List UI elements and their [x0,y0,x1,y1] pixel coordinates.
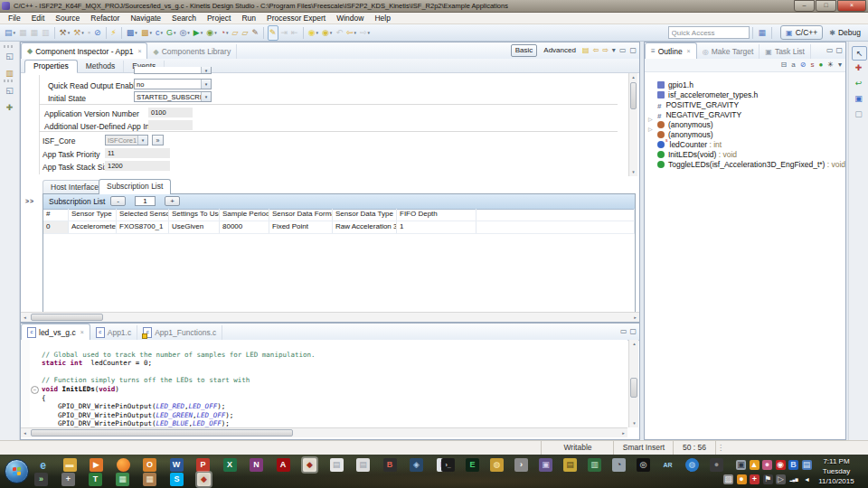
tray-bluetooth-icon[interactable]: B [788,460,798,470]
window-view-icon[interactable]: ▢ [852,108,865,120]
taskbar-command-prompt-icon[interactable]: ›_ [441,458,455,472]
perspective-cpp[interactable]: ▣C/C++ [780,25,823,40]
taskbar-tan-tool-icon[interactable]: ▦ [143,473,156,486]
close-tab-icon[interactable]: × [687,48,691,54]
tab-app1-c[interactable]: cApp1.c [90,325,137,340]
tab-component-inspector-app1[interactable]: ◆Component Inspector - App1× [21,42,147,60]
next-annotation-icon[interactable]: ⇥ [280,26,289,40]
scrolled-dropdown[interactable]: ▾ [134,67,212,74]
close-tab-icon[interactable]: × [80,329,84,335]
taskbar-word-icon[interactable]: W [170,458,184,472]
new-project-icon[interactable]: ▩▾ [140,26,153,40]
menu-help[interactable]: Help [369,14,395,23]
taskbar-document-2-icon[interactable]: ▤ [356,458,370,472]
quick-access-input[interactable] [668,26,750,39]
brush-icon[interactable]: ✎ [250,26,259,40]
taskbar-outlook-icon[interactable]: O [143,458,156,472]
close-button[interactable]: × [837,0,866,12]
taskbar-kinetis-design-studio-icon[interactable]: ◆ [197,473,211,486]
tray-signal-icon[interactable]: ▂▄▆ [789,474,799,484]
taskbar-utility-icon[interactable]: + [61,473,75,486]
hide-non-public-icon[interactable]: ● [818,60,823,70]
menu-navigate[interactable]: Navigate [125,14,166,23]
save-all-icon[interactable]: ▦ [30,26,40,40]
outline-item[interactable]: ToggleLEDs(isf_Acceleration3D_EngFixed_t… [657,155,844,164]
properties-scrollbar[interactable]: ▴ ▾ [628,73,637,176]
editor-vscrollbar[interactable]: ▴ ▾ [628,340,638,427]
minimize-button[interactable]: – [794,0,815,12]
taskbar-clock[interactable]: 7:11 PM Tuesday 11/10/2015 [808,456,864,486]
code-editor[interactable]: // Global used to track the number of sa… [40,340,627,427]
minimized-view-3-icon[interactable]: ◱ [3,84,16,97]
fold-collapse-icon[interactable]: − [31,386,39,394]
back-icon[interactable]: ⇦▾ [345,26,357,40]
minimized-view-4-icon[interactable]: ✚ [3,101,16,114]
last-edit-location-icon[interactable]: ↶ [335,26,344,40]
scroll-right-icon[interactable]: ▸ [619,429,627,437]
initial-state-dropdown[interactable]: STARTED_SUBSCRIBED ▾ [134,91,212,102]
subscription-count-input[interactable] [135,196,156,206]
taskbar-search-tool-icon[interactable]: ◎ [637,458,650,472]
scroll-left-icon[interactable]: ◂ [21,314,29,322]
outline-item[interactable]: ▷(anonymous) [657,125,844,135]
menu-search[interactable]: Search [166,14,202,23]
menu-source[interactable]: Source [50,14,85,23]
debug-config-icon[interactable]: ◎▾ [178,26,190,40]
annotate-icon[interactable]: ✎ [268,25,278,41]
import-icon[interactable]: ▱ [241,26,250,40]
open-folder-icon[interactable]: ▱ [231,26,240,40]
table-row[interactable]: 0AccelerometerFXOS8700_1UseGiven80000Fix… [43,221,635,234]
outline-item[interactable]: #NEGATIVE_GRAVITY [657,105,844,115]
tab-methods[interactable]: Methods [78,61,125,72]
perspective-debug[interactable]: ✱Debug [825,26,865,39]
expander-icon[interactable]: ▷ [648,126,653,132]
save-icon[interactable]: ▦ [18,26,28,40]
tab-led-vs-g-c[interactable]: cled_vs_g.c× [21,324,90,341]
maximize-button[interactable]: □ [816,0,836,12]
minimize-view-icon[interactable]: ▭ [619,45,627,56]
tray-pink-app-icon[interactable]: ● [762,460,772,470]
isf-core-dropdown[interactable]: ISFCore1 ▾ [105,135,148,145]
tab-host-interface[interactable]: Host Interface [42,180,107,193]
taskbar-globe-app-icon[interactable]: ◍ [685,458,699,472]
outline-item[interactable]: sledCounter : int [657,135,844,145]
run-icon[interactable]: ▶▾ [193,26,203,40]
open-perspective-icon[interactable]: ▦ [756,28,769,37]
tray-eject-icon[interactable]: ▷ [776,474,786,484]
sort-icon[interactable]: a [791,60,795,70]
taskbar-clock-app-icon[interactable]: ◔ [612,458,626,472]
tray-app-1-icon[interactable]: ▨ [723,474,733,484]
scroll-up-icon[interactable]: ▴ [630,340,638,348]
print-icon[interactable]: ▥ [41,26,51,40]
maximize-view-icon[interactable]: ▢ [629,45,637,56]
inspector-hscrollbar[interactable]: ◂ ▸ [21,312,639,322]
taskbar-green-tool-icon[interactable]: T [89,473,102,486]
outline-item[interactable]: gpio1.h [657,75,844,85]
taskbar-secure-app-icon[interactable]: ◈ [410,458,423,472]
start-button[interactable] [5,459,29,483]
menu-processor-expert[interactable]: Processor Expert [261,14,331,23]
scroll-up-icon[interactable]: ▴ [629,73,637,81]
minimize-view-icon[interactable]: ▭ [826,45,834,56]
outline-item[interactable]: #POSITIVE_GRAVITY [657,95,844,105]
taskbar-onenote-icon[interactable]: N [250,458,263,472]
taskbar-internet-explorer-icon[interactable]: e [36,458,50,472]
taskbar-coins-app-icon[interactable]: ◍ [490,458,504,472]
editor-hscrollbar[interactable]: ◂ ▸ [21,427,627,437]
task-stack-size-field[interactable]: 1200 [105,161,170,171]
add-subscription-button[interactable]: + [165,196,180,206]
view-menu-icon[interactable]: ▾ [838,60,842,70]
menu-edit[interactable]: Edit [26,14,51,23]
build-all-icon[interactable]: ⚒▾ [59,26,71,40]
app-info-field[interactable] [148,120,193,130]
taskbar-firefox-icon[interactable] [117,458,130,472]
scrollbar-thumb[interactable] [31,314,103,321]
basic-mode-button[interactable]: Basic [511,44,538,57]
view-menu-icon[interactable]: ▾ [612,45,616,56]
taskbar-media-player-icon[interactable]: ▶ [90,458,103,472]
prev-annotation-icon[interactable]: ⇤ [290,26,299,40]
new-icon[interactable]: ▤▾ [4,26,16,40]
scrollbar-thumb[interactable] [31,429,293,436]
build-icon[interactable]: ⚒▾ [72,26,85,40]
maximize-view-icon[interactable]: ▢ [629,326,637,337]
